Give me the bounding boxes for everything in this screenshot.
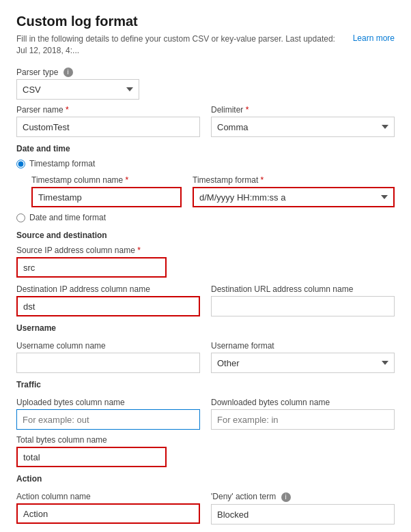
total-label: Total bytes column name: [16, 435, 167, 445]
timestamp-format-radio-label: Timestamp format: [29, 159, 95, 168]
timestamp-format-label: Timestamp format: [193, 175, 395, 185]
learn-more-link[interactable]: Learn more: [353, 33, 395, 43]
action-column-name-label: Action column name: [16, 492, 200, 501]
delimiter-label: Delimiter: [211, 105, 395, 115]
username-format-select[interactable]: Other Domain\Username Username@Domain Us…: [211, 353, 395, 373]
timestamp-format-radio[interactable]: [16, 160, 25, 168]
action-section-label: Action: [16, 474, 395, 484]
downloaded-input[interactable]: [211, 409, 395, 430]
delimiter-select[interactable]: Comma Tab Pipe Space Semicolon: [211, 117, 395, 137]
username-column-name-label: Username column name: [16, 341, 200, 351]
dest-url-label: Destination URL address column name: [211, 284, 395, 294]
timestamp-column-name-input[interactable]: [31, 187, 182, 207]
dest-ip-input[interactable]: [16, 296, 200, 316]
total-input[interactable]: [16, 447, 167, 467]
source-ip-input[interactable]: [16, 257, 167, 278]
dest-url-input[interactable]: [211, 296, 395, 316]
timestamp-column-name-label: Timestamp column name: [31, 175, 182, 185]
date-time-format-radio-label: Date and time format: [29, 213, 106, 222]
parser-type-select[interactable]: CSV Key-value: [16, 79, 139, 100]
parser-type-label: Parser type i: [16, 68, 395, 78]
date-time-section-label: Date and time: [16, 144, 395, 153]
source-destination-section-label: Source and destination: [16, 231, 395, 240]
username-section-label: Username: [16, 323, 395, 333]
deny-input[interactable]: [211, 504, 395, 524]
downloaded-label: Downloaded bytes column name: [211, 398, 395, 407]
parser-name-input[interactable]: [16, 117, 200, 137]
page-title: Custom log format: [16, 14, 395, 29]
date-time-format-radio[interactable]: [16, 213, 25, 222]
deny-label: 'Deny' action term i: [211, 492, 395, 502]
uploaded-label: Uploaded bytes column name: [16, 398, 200, 407]
source-ip-label: Source IP address column name: [16, 246, 395, 255]
uploaded-input[interactable]: [16, 409, 200, 430]
deny-info-icon: i: [281, 492, 291, 502]
action-column-name-input[interactable]: [16, 503, 200, 524]
timestamp-format-select[interactable]: d/M/yyyy HH:mm:ss a M/d/yyyy HH:mm:ss yy…: [193, 187, 395, 207]
traffic-section-label: Traffic: [16, 380, 395, 389]
username-format-label: Username format: [211, 341, 395, 351]
username-column-name-input[interactable]: [16, 353, 200, 373]
parser-name-label: Parser name: [16, 105, 200, 115]
parser-type-info-icon: i: [63, 68, 73, 77]
dest-ip-label: Destination IP address column name: [16, 284, 200, 294]
subtitle-text: Fill in the following details to define …: [16, 33, 345, 57]
